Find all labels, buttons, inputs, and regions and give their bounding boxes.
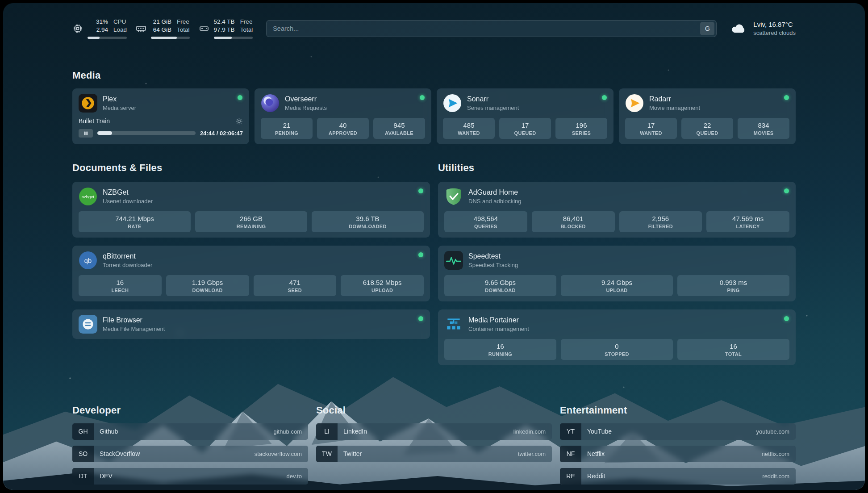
- stat-pending: 21PENDING: [261, 118, 313, 139]
- section-title-media: Media: [72, 70, 796, 81]
- playback-progress-bar[interactable]: [97, 131, 196, 135]
- bookmark-abbr: DT: [72, 468, 94, 485]
- service-card-qbittorrent[interactable]: qb qBittorrent Torrent downloader 16LEEC…: [72, 246, 430, 301]
- bookmark-netflix[interactable]: NF Netflix netflix.com: [560, 446, 796, 462]
- bookmark-name: Github: [100, 428, 118, 435]
- disk-progress-bar: [214, 37, 253, 39]
- pause-icon: [83, 131, 88, 136]
- service-name: NZBGet: [103, 188, 153, 196]
- status-dot: [418, 316, 423, 321]
- bookmark-name: StackOverflow: [100, 450, 140, 457]
- weather-widget[interactable]: Lviv, 16.87°C scattered clouds: [730, 20, 796, 37]
- disk-label-bottom: Total: [240, 26, 253, 34]
- service-name: Plex: [103, 95, 136, 103]
- bookmark-url: linkedin.com: [513, 428, 546, 435]
- service-card-filebrowser[interactable]: File Browser Media File Management: [72, 309, 430, 339]
- radarr-icon: [625, 94, 644, 113]
- cpu-icon: [72, 23, 83, 34]
- bookmark-github[interactable]: GH Github github.com: [72, 423, 308, 440]
- bookmark-url: netflix.com: [762, 451, 789, 457]
- bookmark-abbr: RE: [560, 468, 581, 485]
- bookmark-stackoverflow[interactable]: SO StackOverflow stackoverflow.com: [72, 446, 308, 462]
- bookmark-youtube[interactable]: YT YouTube youtube.com: [560, 423, 796, 440]
- service-name: AdGuard Home: [468, 188, 522, 196]
- bookmark-url: stackoverflow.com: [255, 451, 302, 457]
- stat-downloaded: 39.6 TBDOWNLOADED: [312, 211, 424, 232]
- stat-total: 16TOTAL: [677, 339, 789, 360]
- disk-total: 97.9 TB: [214, 26, 235, 34]
- bookmark-linkedin[interactable]: LI LinkedIn linkedin.com: [316, 423, 552, 440]
- bookmark-name: Twitter: [343, 450, 362, 457]
- cpu-monitor: 31% CPU 2.94 Load: [72, 18, 127, 39]
- bookmark-name: Netflix: [587, 450, 605, 457]
- section-media: Media Plex Media server: [72, 70, 796, 144]
- search-input[interactable]: [267, 25, 700, 32]
- service-desc: Usenet downloader: [103, 198, 153, 205]
- section-utilities: Utilities AdGuard Home: [438, 162, 796, 365]
- svg-text:nzbget: nzbget: [82, 194, 95, 199]
- cpu-load: 2.94: [88, 26, 108, 34]
- resource-monitors: 31% CPU 2.94 Load 21 GiB Free: [72, 18, 253, 39]
- service-card-nzbget[interactable]: nzbget NZBGet Usenet downloader 744.21 M…: [72, 182, 430, 238]
- portainer-icon: [444, 315, 463, 334]
- section-title-social: Social: [316, 405, 552, 416]
- bookmark-dev[interactable]: DT DEV dev.to: [72, 468, 308, 485]
- bookmark-url: dev.to: [287, 473, 302, 480]
- memory-progress-bar: [151, 37, 190, 39]
- service-card-plex[interactable]: Plex Media server Bullet Train: [72, 88, 249, 144]
- cpu-progress-bar: [88, 37, 127, 39]
- memory-total: 64 GiB: [151, 26, 171, 34]
- service-desc: Media Requests: [285, 104, 327, 111]
- stat-movies: 834MOVIES: [738, 118, 789, 139]
- service-card-speedtest[interactable]: Speedtest Speedtest Tracking 9.65 GbpsDO…: [438, 246, 796, 301]
- service-card-radarr[interactable]: Radarr Movie management 17WANTED 22QUEUE…: [619, 88, 796, 144]
- service-card-overseerr[interactable]: Overseerr Media Requests 21PENDING 40APP…: [255, 88, 431, 144]
- stat-filtered: 2,956FILTERED: [619, 211, 702, 232]
- service-card-sonarr[interactable]: Sonarr Series management 485WANTED 17QUE…: [437, 88, 613, 144]
- search-provider-button[interactable]: G: [700, 22, 714, 35]
- service-name: Radarr: [649, 95, 700, 103]
- status-dot: [418, 252, 423, 257]
- top-bar: 31% CPU 2.94 Load 21 GiB Free: [72, 18, 796, 39]
- dashboard-content: 31% CPU 2.94 Load 21 GiB Free: [72, 3, 796, 490]
- memory-label-top: Free: [177, 18, 190, 26]
- svg-text:qb: qb: [84, 257, 92, 264]
- overseerr-icon: [261, 94, 280, 113]
- memory-free: 21 GiB: [151, 18, 171, 26]
- service-name: Overseerr: [285, 95, 327, 103]
- status-dot: [784, 95, 789, 100]
- stat-leech: 16LEECH: [79, 275, 162, 296]
- stat-stopped: 0STOPPED: [561, 339, 673, 360]
- stat-queued: 22QUEUED: [681, 118, 733, 139]
- header-divider: [72, 48, 796, 48]
- pause-button[interactable]: [79, 129, 93, 138]
- section-documents: Documents & Files nzbget NZBGet Usenet d…: [72, 162, 430, 365]
- filebrowser-icon: [79, 315, 97, 334]
- gear-icon[interactable]: [235, 117, 243, 125]
- section-title-utilities: Utilities: [438, 162, 796, 174]
- adguard-icon: [444, 187, 463, 206]
- stat-wanted: 485WANTED: [443, 118, 495, 139]
- bookmark-abbr: YT: [560, 423, 581, 440]
- service-name: qBittorrent: [103, 252, 152, 260]
- service-card-portainer[interactable]: Media Portainer Container management 16R…: [438, 309, 796, 365]
- stat-blocked: 86,401BLOCKED: [532, 211, 615, 232]
- bookmark-abbr: GH: [72, 423, 94, 440]
- speedtest-icon: [444, 251, 463, 270]
- bookmark-url: twitter.com: [518, 451, 546, 457]
- memory-icon: [136, 23, 146, 34]
- stat-available: 945AVAILABLE: [373, 118, 425, 139]
- weather-condition: scattered clouds: [753, 29, 796, 37]
- bookmark-abbr: LI: [316, 423, 338, 440]
- plex-icon: [79, 94, 97, 113]
- service-desc: Speedtest Tracking: [468, 262, 518, 268]
- stat-download: 9.65 GbpsDOWNLOAD: [444, 275, 556, 296]
- service-card-adguard[interactable]: AdGuard Home DNS and adblocking 498,564Q…: [438, 182, 796, 238]
- bookmark-reddit[interactable]: RE Reddit reddit.com: [560, 468, 796, 485]
- cpu-percent: 31%: [88, 18, 108, 26]
- cloud-icon: [730, 22, 748, 35]
- bookmark-twitter[interactable]: TW Twitter twitter.com: [316, 446, 552, 462]
- stat-latency: 47.569 msLATENCY: [706, 211, 789, 232]
- bookmark-url: youtube.com: [756, 428, 789, 435]
- disk-label-top: Free: [240, 18, 253, 26]
